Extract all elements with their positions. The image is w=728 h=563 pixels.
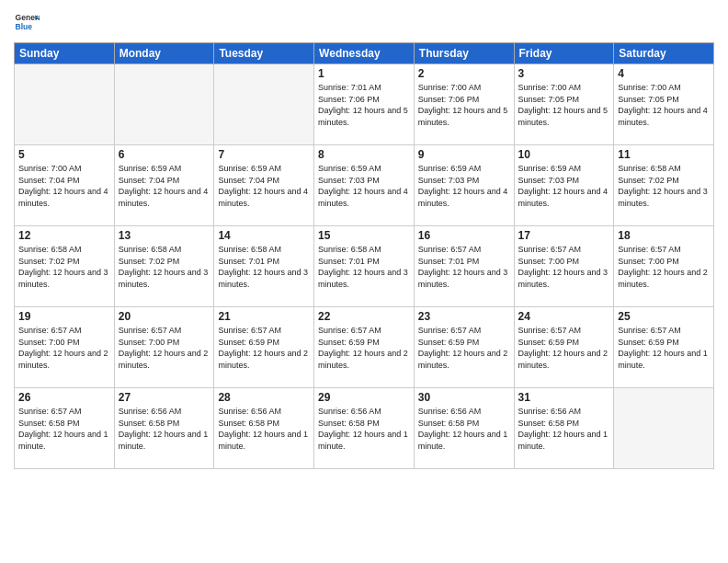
svg-text:Blue: Blue (16, 22, 33, 31)
calendar-table: SundayMondayTuesdayWednesdayThursdayFrid… (14, 42, 714, 469)
day-number: 11 (618, 148, 710, 161)
day-info: Sunrise: 7:00 AMSunset: 7:04 PMDaylight:… (18, 163, 110, 209)
day-info: Sunrise: 6:58 AMSunset: 7:01 PMDaylight:… (218, 244, 310, 290)
calendar-cell: 19Sunrise: 6:57 AMSunset: 7:00 PMDayligh… (15, 307, 115, 388)
calendar-week-5: 26Sunrise: 6:57 AMSunset: 6:58 PMDayligh… (15, 388, 714, 469)
calendar-cell: 21Sunrise: 6:57 AMSunset: 6:59 PMDayligh… (214, 307, 314, 388)
day-info: Sunrise: 6:59 AMSunset: 7:04 PMDaylight:… (218, 163, 310, 209)
day-info: Sunrise: 6:58 AMSunset: 7:01 PMDaylight:… (318, 244, 410, 290)
day-info: Sunrise: 6:56 AMSunset: 6:58 PMDaylight:… (119, 406, 210, 452)
day-info: Sunrise: 6:58 AMSunset: 7:02 PMDaylight:… (119, 244, 210, 290)
day-info: Sunrise: 7:01 AMSunset: 7:06 PMDaylight:… (318, 82, 410, 128)
calendar-cell: 9Sunrise: 6:59 AMSunset: 7:03 PMDaylight… (414, 145, 514, 226)
calendar-header-tuesday: Tuesday (214, 43, 314, 64)
calendar-week-1: 1Sunrise: 7:01 AMSunset: 7:06 PMDaylight… (15, 64, 714, 145)
day-number: 21 (218, 310, 310, 323)
calendar-cell: 29Sunrise: 6:56 AMSunset: 6:58 PMDayligh… (314, 388, 415, 469)
calendar-cell: 12Sunrise: 6:58 AMSunset: 7:02 PMDayligh… (15, 226, 115, 307)
calendar-cell: 8Sunrise: 6:59 AMSunset: 7:03 PMDaylight… (314, 145, 415, 226)
day-info: Sunrise: 6:57 AMSunset: 7:00 PMDaylight:… (618, 244, 710, 290)
day-info: Sunrise: 6:57 AMSunset: 7:00 PMDaylight:… (518, 244, 610, 290)
day-info: Sunrise: 6:57 AMSunset: 7:01 PMDaylight:… (418, 244, 510, 290)
calendar-header-monday: Monday (114, 43, 214, 64)
calendar-header-friday: Friday (514, 43, 614, 64)
calendar-cell: 30Sunrise: 6:56 AMSunset: 6:58 PMDayligh… (414, 388, 514, 469)
calendar-cell: 3Sunrise: 7:00 AMSunset: 7:05 PMDaylight… (514, 64, 614, 145)
calendar-cell: 1Sunrise: 7:01 AMSunset: 7:06 PMDaylight… (314, 64, 415, 145)
calendar-cell: 5Sunrise: 7:00 AMSunset: 7:04 PMDaylight… (15, 145, 115, 226)
calendar-header-wednesday: Wednesday (314, 43, 415, 64)
day-number: 20 (119, 310, 210, 323)
day-number: 5 (18, 148, 110, 161)
day-info: Sunrise: 6:57 AMSunset: 7:00 PMDaylight:… (18, 325, 110, 371)
day-number: 13 (119, 229, 210, 242)
calendar-cell: 10Sunrise: 6:59 AMSunset: 7:03 PMDayligh… (514, 145, 614, 226)
calendar-cell: 20Sunrise: 6:57 AMSunset: 7:00 PMDayligh… (114, 307, 214, 388)
calendar-cell: 11Sunrise: 6:58 AMSunset: 7:02 PMDayligh… (614, 145, 714, 226)
day-info: Sunrise: 7:00 AMSunset: 7:05 PMDaylight:… (618, 82, 710, 128)
calendar-week-2: 5Sunrise: 7:00 AMSunset: 7:04 PMDaylight… (15, 145, 714, 226)
day-number: 7 (218, 148, 310, 161)
calendar-cell: 16Sunrise: 6:57 AMSunset: 7:01 PMDayligh… (414, 226, 514, 307)
header: General Blue (14, 9, 714, 35)
calendar-cell: 2Sunrise: 7:00 AMSunset: 7:06 PMDaylight… (414, 64, 514, 145)
calendar-header-thursday: Thursday (414, 43, 514, 64)
day-number: 28 (218, 391, 310, 404)
day-info: Sunrise: 6:57 AMSunset: 6:59 PMDaylight:… (518, 325, 610, 371)
calendar-cell: 22Sunrise: 6:57 AMSunset: 6:59 PMDayligh… (314, 307, 415, 388)
day-number: 29 (318, 391, 410, 404)
day-number: 19 (18, 310, 110, 323)
calendar-cell (15, 64, 115, 145)
calendar-cell (114, 64, 214, 145)
day-number: 14 (218, 229, 310, 242)
page: General Blue SundayMondayTuesdayWednesda… (0, 0, 728, 563)
calendar-cell: 27Sunrise: 6:56 AMSunset: 6:58 PMDayligh… (114, 388, 214, 469)
day-info: Sunrise: 6:56 AMSunset: 6:58 PMDaylight:… (518, 406, 610, 452)
day-info: Sunrise: 6:56 AMSunset: 6:58 PMDaylight:… (318, 406, 410, 452)
calendar-header-row: SundayMondayTuesdayWednesdayThursdayFrid… (15, 43, 714, 64)
day-info: Sunrise: 6:58 AMSunset: 7:02 PMDaylight:… (18, 244, 110, 290)
day-number: 12 (18, 229, 110, 242)
calendar-header-saturday: Saturday (614, 43, 714, 64)
calendar-cell: 7Sunrise: 6:59 AMSunset: 7:04 PMDaylight… (214, 145, 314, 226)
day-number: 27 (119, 391, 210, 404)
day-info: Sunrise: 6:58 AMSunset: 7:02 PMDaylight:… (618, 163, 710, 209)
logo: General Blue (14, 9, 41, 35)
day-number: 31 (518, 391, 610, 404)
day-info: Sunrise: 6:57 AMSunset: 6:59 PMDaylight:… (218, 325, 310, 371)
calendar-cell: 24Sunrise: 6:57 AMSunset: 6:59 PMDayligh… (514, 307, 614, 388)
day-number: 1 (318, 67, 410, 80)
day-number: 22 (318, 310, 410, 323)
day-info: Sunrise: 6:59 AMSunset: 7:03 PMDaylight:… (418, 163, 510, 209)
day-number: 3 (518, 67, 610, 80)
day-number: 6 (119, 148, 210, 161)
day-info: Sunrise: 6:57 AMSunset: 6:59 PMDaylight:… (418, 325, 510, 371)
logo-icon: General Blue (14, 9, 40, 35)
calendar-week-4: 19Sunrise: 6:57 AMSunset: 7:00 PMDayligh… (15, 307, 714, 388)
calendar-cell: 13Sunrise: 6:58 AMSunset: 7:02 PMDayligh… (114, 226, 214, 307)
calendar-cell: 31Sunrise: 6:56 AMSunset: 6:58 PMDayligh… (514, 388, 614, 469)
day-info: Sunrise: 6:56 AMSunset: 6:58 PMDaylight:… (418, 406, 510, 452)
calendar-cell: 25Sunrise: 6:57 AMSunset: 6:59 PMDayligh… (614, 307, 714, 388)
calendar-cell: 6Sunrise: 6:59 AMSunset: 7:04 PMDaylight… (114, 145, 214, 226)
calendar-cell (214, 64, 314, 145)
calendar-week-3: 12Sunrise: 6:58 AMSunset: 7:02 PMDayligh… (15, 226, 714, 307)
day-number: 30 (418, 391, 510, 404)
day-number: 23 (418, 310, 510, 323)
day-number: 24 (518, 310, 610, 323)
day-info: Sunrise: 6:59 AMSunset: 7:03 PMDaylight:… (518, 163, 610, 209)
calendar-cell: 14Sunrise: 6:58 AMSunset: 7:01 PMDayligh… (214, 226, 314, 307)
day-number: 26 (18, 391, 110, 404)
day-info: Sunrise: 7:00 AMSunset: 7:06 PMDaylight:… (418, 82, 510, 128)
calendar-cell: 4Sunrise: 7:00 AMSunset: 7:05 PMDaylight… (614, 64, 714, 145)
day-info: Sunrise: 7:00 AMSunset: 7:05 PMDaylight:… (518, 82, 610, 128)
day-info: Sunrise: 6:57 AMSunset: 6:59 PMDaylight:… (318, 325, 410, 371)
day-info: Sunrise: 6:59 AMSunset: 7:04 PMDaylight:… (119, 163, 210, 209)
day-number: 9 (418, 148, 510, 161)
day-info: Sunrise: 6:56 AMSunset: 6:58 PMDaylight:… (218, 406, 310, 452)
day-number: 4 (618, 67, 710, 80)
calendar-cell: 26Sunrise: 6:57 AMSunset: 6:58 PMDayligh… (15, 388, 115, 469)
day-number: 25 (618, 310, 710, 323)
calendar-cell: 15Sunrise: 6:58 AMSunset: 7:01 PMDayligh… (314, 226, 415, 307)
calendar-header-sunday: Sunday (15, 43, 115, 64)
